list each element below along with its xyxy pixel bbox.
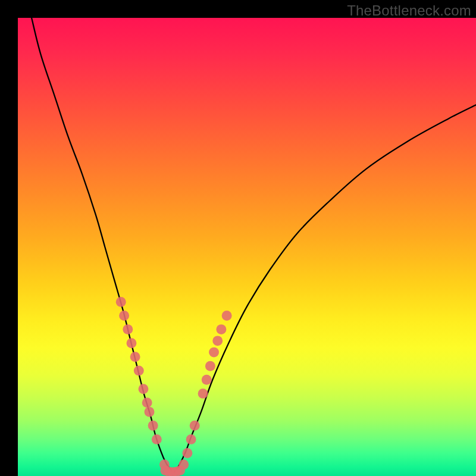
chart-frame: TheBottleneck.com: [0, 0, 476, 476]
data-point: [212, 336, 223, 346]
data-point: [198, 389, 208, 399]
data-point: [148, 421, 158, 431]
data-point: [139, 384, 149, 394]
data-point: [142, 397, 152, 408]
data-point: [123, 324, 133, 334]
data-point: [119, 311, 129, 321]
data-point: [190, 421, 200, 431]
data-point: [222, 311, 232, 321]
data-point: [152, 434, 162, 444]
data-point: [182, 448, 192, 458]
data-point: [126, 338, 136, 348]
plot-area: [18, 18, 476, 476]
data-point: [186, 434, 196, 444]
data-point: [205, 361, 215, 371]
data-point: [134, 365, 144, 375]
watermark-text: TheBottleneck.com: [347, 2, 471, 19]
curve-right-branch: [174, 105, 476, 472]
chart-svg: [18, 18, 476, 476]
data-point: [130, 352, 140, 362]
data-point: [216, 324, 226, 334]
data-point: [145, 407, 155, 417]
data-point: [202, 375, 212, 385]
data-point: [116, 297, 126, 307]
curve-left-branch: [32, 18, 174, 472]
data-point: [209, 347, 219, 358]
data-point: [178, 459, 189, 469]
